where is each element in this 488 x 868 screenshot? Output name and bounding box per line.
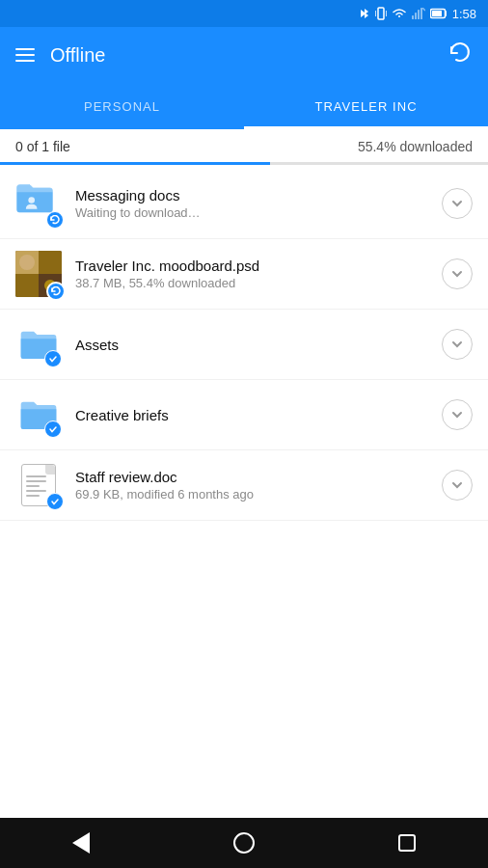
app-bar: Offline xyxy=(0,27,488,83)
check-badge xyxy=(46,493,64,510)
app-bar-title: Offline xyxy=(50,44,105,67)
svg-rect-4 xyxy=(415,13,417,19)
doc-line xyxy=(26,495,40,497)
doc-line xyxy=(26,485,40,487)
tab-traveler-inc[interactable]: TRAVELER INC xyxy=(244,83,488,129)
tab-personal[interactable]: PERSONAL xyxy=(0,83,244,129)
svg-line-7 xyxy=(422,8,425,11)
list-item: Creative briefs xyxy=(0,380,488,450)
file-name: Staff review.doc xyxy=(75,469,428,485)
status-bar: 1:58 xyxy=(0,0,488,27)
file-meta: 69.9 KB, modified 6 months ago xyxy=(75,487,428,502)
svg-point-15 xyxy=(19,255,35,270)
assets-icon xyxy=(15,321,62,367)
check-badge xyxy=(44,350,62,367)
progress-bar xyxy=(0,162,488,165)
file-meta: Waiting to download… xyxy=(75,205,428,220)
chevron-button[interactable] xyxy=(442,470,473,501)
menu-button[interactable] xyxy=(15,48,35,62)
app-bar-left: Offline xyxy=(15,44,105,67)
svg-rect-6 xyxy=(420,8,422,19)
wifi-icon xyxy=(392,8,407,19)
chevron-button[interactable] xyxy=(442,329,473,360)
sync-overlay xyxy=(46,282,66,301)
chevron-button[interactable] xyxy=(442,188,473,219)
back-button[interactable] xyxy=(72,832,90,854)
svg-rect-9 xyxy=(432,11,442,16)
hamburger-line-3 xyxy=(15,60,35,62)
bottom-nav xyxy=(0,818,488,868)
progress-bar-fill xyxy=(0,162,270,165)
chevron-button[interactable] xyxy=(442,258,473,289)
hamburger-line-2 xyxy=(15,54,35,56)
doc-line xyxy=(26,490,46,492)
status-time: 1:58 xyxy=(452,7,476,21)
tab-personal-label: PERSONAL xyxy=(84,99,160,114)
creative-briefs-icon xyxy=(15,392,62,438)
assets-info: Assets xyxy=(75,337,428,353)
file-list: Messaging docs Waiting to download… xyxy=(0,169,488,521)
sync-badge xyxy=(46,211,64,229)
messaging-docs-icon xyxy=(15,180,62,227)
vibrate-icon xyxy=(375,7,387,20)
home-icon xyxy=(233,832,255,854)
download-info: 0 of 1 file 55.4% downloaded xyxy=(0,129,488,154)
bluetooth-icon xyxy=(359,6,370,21)
refresh-button[interactable] xyxy=(447,41,473,69)
folder-icon xyxy=(15,180,54,215)
moodboard-icon xyxy=(15,251,62,297)
signal-icon xyxy=(412,8,425,19)
tab-traveler-inc-label: TRAVELER INC xyxy=(314,99,417,114)
file-name: Assets xyxy=(75,337,428,353)
chevron-button[interactable] xyxy=(442,399,473,430)
file-meta: 38.7 MB, 55.4% downloaded xyxy=(75,276,428,290)
home-button[interactable] xyxy=(233,832,255,854)
check-badge xyxy=(44,420,62,438)
list-item: Staff review.doc 69.9 KB, modified 6 mon… xyxy=(0,450,488,521)
download-percent: 55.4% downloaded xyxy=(358,139,473,154)
creative-briefs-info: Creative briefs xyxy=(75,407,428,423)
staff-review-icon xyxy=(15,462,62,508)
recents-icon xyxy=(398,834,416,852)
doc-line xyxy=(26,480,46,482)
list-item: Messaging docs Waiting to download… xyxy=(0,169,488,239)
list-item: Traveler Inc. moodboard.psd 38.7 MB, 55.… xyxy=(0,239,488,310)
recents-button[interactable] xyxy=(398,834,416,852)
battery-icon xyxy=(430,8,447,19)
svg-rect-5 xyxy=(418,10,420,19)
svg-rect-3 xyxy=(412,15,414,19)
tabs: PERSONAL TRAVELER INC xyxy=(0,83,488,129)
download-count: 0 of 1 file xyxy=(15,139,70,154)
file-name: Creative briefs xyxy=(75,407,428,423)
hamburger-line-1 xyxy=(15,48,35,50)
svg-point-11 xyxy=(28,197,35,203)
moodboard-info: Traveler Inc. moodboard.psd 38.7 MB, 55.… xyxy=(75,258,428,290)
status-icons: 1:58 xyxy=(359,6,476,21)
back-icon xyxy=(72,832,90,854)
file-name: Traveler Inc. moodboard.psd xyxy=(75,258,428,274)
messaging-docs-info: Messaging docs Waiting to download… xyxy=(75,187,428,220)
doc-line xyxy=(26,475,46,477)
file-name: Messaging docs xyxy=(75,187,428,203)
svg-rect-0 xyxy=(378,8,384,19)
staff-review-info: Staff review.doc 69.9 KB, modified 6 mon… xyxy=(75,469,428,502)
list-item: Assets xyxy=(0,310,488,380)
